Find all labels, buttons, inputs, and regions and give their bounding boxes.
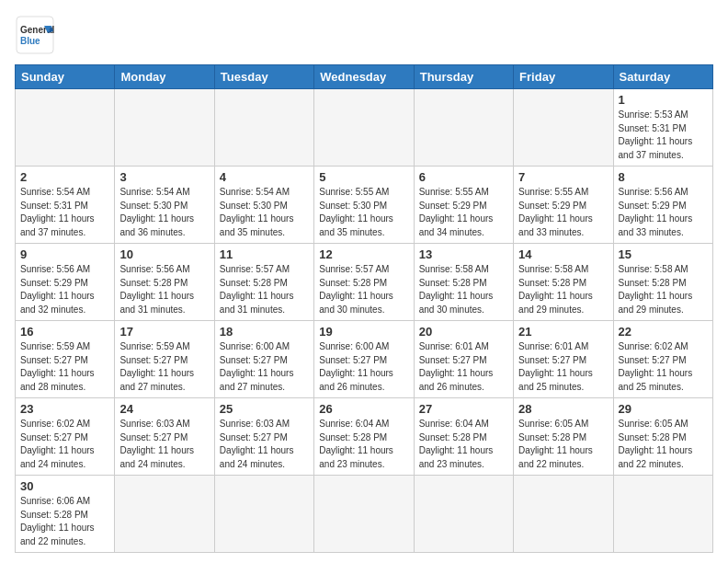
logo: General Blue bbox=[15, 15, 55, 55]
day-number: 16 bbox=[20, 325, 109, 339]
calendar-cell bbox=[214, 476, 313, 553]
calendar-cell bbox=[115, 476, 214, 553]
day-info: Sunrise: 5:54 AMSunset: 5:30 PMDaylight:… bbox=[220, 186, 309, 239]
calendar-cell: 9Sunrise: 5:56 AMSunset: 5:29 PMDaylight… bbox=[16, 244, 115, 321]
day-number: 26 bbox=[319, 402, 408, 416]
day-number: 6 bbox=[419, 170, 508, 184]
day-info: Sunrise: 5:55 AMSunset: 5:30 PMDaylight:… bbox=[319, 186, 408, 239]
day-info: Sunrise: 5:53 AMSunset: 5:31 PMDaylight:… bbox=[619, 109, 708, 162]
day-info: Sunrise: 6:06 AMSunset: 5:28 PMDaylight:… bbox=[20, 495, 109, 548]
day-number: 13 bbox=[419, 247, 508, 261]
day-number: 5 bbox=[319, 170, 408, 184]
calendar-table: SundayMondayTuesdayWednesdayThursdayFrid… bbox=[15, 64, 713, 553]
calendar-cell bbox=[314, 89, 414, 167]
day-info: Sunrise: 6:02 AMSunset: 5:27 PMDaylight:… bbox=[20, 418, 109, 471]
day-number: 10 bbox=[119, 247, 209, 261]
day-info: Sunrise: 6:04 AMSunset: 5:28 PMDaylight:… bbox=[319, 418, 408, 471]
day-info: Sunrise: 6:03 AMSunset: 5:27 PMDaylight:… bbox=[220, 418, 309, 471]
calendar-cell: 5Sunrise: 5:55 AMSunset: 5:30 PMDaylight… bbox=[314, 167, 414, 244]
day-number: 12 bbox=[319, 247, 408, 261]
calendar-cell: 25Sunrise: 6:03 AMSunset: 5:27 PMDayligh… bbox=[214, 398, 313, 476]
day-info: Sunrise: 6:01 AMSunset: 5:27 PMDaylight:… bbox=[518, 340, 608, 394]
day-info: Sunrise: 5:56 AMSunset: 5:29 PMDaylight:… bbox=[20, 263, 109, 316]
day-info: Sunrise: 5:59 AMSunset: 5:27 PMDaylight:… bbox=[20, 340, 109, 394]
calendar-cell: 26Sunrise: 6:04 AMSunset: 5:28 PMDayligh… bbox=[314, 398, 414, 476]
calendar-cell: 18Sunrise: 6:00 AMSunset: 5:27 PMDayligh… bbox=[214, 321, 313, 398]
calendar-cell: 8Sunrise: 5:56 AMSunset: 5:29 PMDaylight… bbox=[613, 167, 712, 244]
day-number: 4 bbox=[220, 170, 309, 184]
day-number: 14 bbox=[518, 247, 608, 261]
calendar-cell bbox=[613, 476, 712, 553]
calendar-cell bbox=[115, 89, 214, 167]
weekday-header-saturday: Saturday bbox=[613, 65, 712, 89]
calendar-cell: 10Sunrise: 5:56 AMSunset: 5:28 PMDayligh… bbox=[115, 244, 214, 321]
day-number: 23 bbox=[20, 402, 109, 416]
weekday-header-sunday: Sunday bbox=[16, 65, 115, 89]
day-info: Sunrise: 6:04 AMSunset: 5:28 PMDaylight:… bbox=[419, 418, 508, 471]
day-number: 19 bbox=[319, 325, 408, 339]
calendar-cell bbox=[414, 476, 513, 553]
weekday-header-monday: Monday bbox=[115, 65, 214, 89]
weekday-header-friday: Friday bbox=[514, 65, 613, 89]
day-info: Sunrise: 6:05 AMSunset: 5:28 PMDaylight:… bbox=[619, 418, 708, 471]
weekday-header-wednesday: Wednesday bbox=[314, 65, 414, 89]
day-number: 18 bbox=[220, 325, 309, 339]
day-number: 27 bbox=[419, 402, 508, 416]
calendar-cell: 14Sunrise: 5:58 AMSunset: 5:28 PMDayligh… bbox=[514, 244, 613, 321]
day-info: Sunrise: 5:56 AMSunset: 5:28 PMDaylight:… bbox=[119, 263, 209, 316]
calendar-cell: 16Sunrise: 5:59 AMSunset: 5:27 PMDayligh… bbox=[16, 321, 115, 398]
day-info: Sunrise: 6:02 AMSunset: 5:27 PMDaylight:… bbox=[619, 340, 708, 394]
weekday-header-thursday: Thursday bbox=[414, 65, 513, 89]
day-number: 11 bbox=[220, 247, 309, 261]
calendar-cell: 17Sunrise: 5:59 AMSunset: 5:27 PMDayligh… bbox=[115, 321, 214, 398]
day-info: Sunrise: 5:58 AMSunset: 5:28 PMDaylight:… bbox=[518, 263, 608, 316]
day-info: Sunrise: 5:57 AMSunset: 5:28 PMDaylight:… bbox=[319, 263, 408, 316]
calendar-cell: 29Sunrise: 6:05 AMSunset: 5:28 PMDayligh… bbox=[613, 398, 712, 476]
calendar-cell: 1Sunrise: 5:53 AMSunset: 5:31 PMDaylight… bbox=[613, 89, 712, 167]
day-number: 30 bbox=[20, 479, 109, 493]
calendar-cell: 27Sunrise: 6:04 AMSunset: 5:28 PMDayligh… bbox=[414, 398, 513, 476]
calendar-cell: 15Sunrise: 5:58 AMSunset: 5:28 PMDayligh… bbox=[613, 244, 712, 321]
calendar-cell bbox=[214, 89, 313, 167]
day-number: 1 bbox=[619, 93, 708, 107]
day-info: Sunrise: 5:55 AMSunset: 5:29 PMDaylight:… bbox=[518, 186, 608, 239]
calendar-cell: 21Sunrise: 6:01 AMSunset: 5:27 PMDayligh… bbox=[514, 321, 613, 398]
day-info: Sunrise: 6:00 AMSunset: 5:27 PMDaylight:… bbox=[319, 340, 408, 394]
day-info: Sunrise: 5:58 AMSunset: 5:28 PMDaylight:… bbox=[619, 263, 708, 316]
day-number: 7 bbox=[518, 170, 608, 184]
day-number: 3 bbox=[119, 170, 209, 184]
calendar-cell bbox=[314, 476, 414, 553]
calendar-cell: 30Sunrise: 6:06 AMSunset: 5:28 PMDayligh… bbox=[16, 476, 115, 553]
day-number: 2 bbox=[20, 170, 109, 184]
day-info: Sunrise: 5:56 AMSunset: 5:29 PMDaylight:… bbox=[619, 186, 708, 239]
day-info: Sunrise: 5:59 AMSunset: 5:27 PMDaylight:… bbox=[119, 340, 209, 394]
day-info: Sunrise: 5:54 AMSunset: 5:30 PMDaylight:… bbox=[119, 186, 209, 239]
day-number: 9 bbox=[20, 247, 109, 261]
day-number: 20 bbox=[419, 325, 508, 339]
day-number: 25 bbox=[220, 402, 309, 416]
day-number: 22 bbox=[619, 325, 708, 339]
day-info: Sunrise: 5:58 AMSunset: 5:28 PMDaylight:… bbox=[419, 263, 508, 316]
day-number: 17 bbox=[119, 325, 209, 339]
calendar-cell bbox=[16, 89, 115, 167]
calendar-cell: 28Sunrise: 6:05 AMSunset: 5:28 PMDayligh… bbox=[514, 398, 613, 476]
day-info: Sunrise: 6:00 AMSunset: 5:27 PMDaylight:… bbox=[220, 340, 309, 394]
calendar-cell: 24Sunrise: 6:03 AMSunset: 5:27 PMDayligh… bbox=[115, 398, 214, 476]
day-info: Sunrise: 6:05 AMSunset: 5:28 PMDaylight:… bbox=[518, 418, 608, 471]
svg-rect-0 bbox=[17, 17, 53, 53]
calendar-cell: 22Sunrise: 6:02 AMSunset: 5:27 PMDayligh… bbox=[613, 321, 712, 398]
day-number: 15 bbox=[619, 247, 708, 261]
calendar-cell bbox=[514, 89, 613, 167]
calendar-cell bbox=[414, 89, 513, 167]
day-info: Sunrise: 5:55 AMSunset: 5:29 PMDaylight:… bbox=[419, 186, 508, 239]
page-header: General Blue bbox=[15, 15, 713, 55]
weekday-header-tuesday: Tuesday bbox=[214, 65, 313, 89]
day-number: 21 bbox=[518, 325, 608, 339]
calendar-cell: 3Sunrise: 5:54 AMSunset: 5:30 PMDaylight… bbox=[115, 167, 214, 244]
calendar-cell: 6Sunrise: 5:55 AMSunset: 5:29 PMDaylight… bbox=[414, 167, 513, 244]
calendar-cell bbox=[514, 476, 613, 553]
calendar-cell: 19Sunrise: 6:00 AMSunset: 5:27 PMDayligh… bbox=[314, 321, 414, 398]
day-number: 29 bbox=[619, 402, 708, 416]
day-info: Sunrise: 5:57 AMSunset: 5:28 PMDaylight:… bbox=[220, 263, 309, 316]
calendar-cell: 2Sunrise: 5:54 AMSunset: 5:31 PMDaylight… bbox=[16, 167, 115, 244]
